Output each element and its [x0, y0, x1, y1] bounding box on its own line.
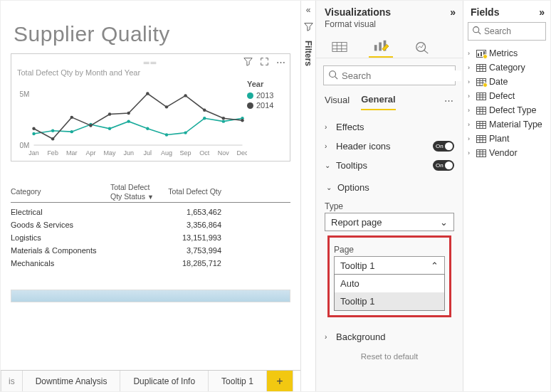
page-option-tooltip1[interactable]: Tooltip 1 — [335, 292, 444, 310]
table-row[interactable]: Materials & Components3,753,994 — [11, 244, 290, 257]
field-label: Plant — [489, 134, 510, 144]
fields-search[interactable] — [468, 22, 546, 41]
legend-item-2014[interactable]: 2014 — [247, 101, 284, 110]
svg-line-50 — [335, 76, 338, 79]
page-dropdown[interactable]: Tooltip 1⌃ — [334, 256, 445, 275]
collapse-chevron-icon[interactable]: « — [306, 5, 311, 15]
line-chart-visual[interactable]: ══ ⋯ Total Defect Qty by Month and Year … — [11, 53, 290, 161]
table-icon — [476, 64, 486, 72]
visualizations-pane: Visualizations » Format visual Visual Ge… — [316, 1, 463, 391]
section-effects[interactable]: ›Effects — [325, 117, 454, 137]
field-defect-type[interactable]: ›Defect Type — [466, 103, 547, 117]
table-row[interactable]: Logistics13,151,993 — [11, 231, 290, 244]
field-defect[interactable]: ›Defect — [466, 89, 547, 103]
table-icon — [476, 92, 486, 100]
svg-text:Feb: Feb — [47, 149, 58, 157]
col-status[interactable]: Total Defect Qty Status ▼ — [110, 183, 160, 201]
field-vendor[interactable]: ›Vendor — [466, 146, 547, 160]
svg-text:5M: 5M — [20, 90, 30, 98]
cell-qty: 13,151,993 — [160, 233, 224, 242]
svg-text:Apr: Apr — [85, 149, 95, 157]
cell-category: Electrical — [11, 208, 110, 216]
format-search[interactable] — [323, 65, 456, 85]
more-options-icon[interactable]: ⋯ — [276, 57, 285, 68]
reset-to-default[interactable]: Reset to default — [316, 346, 463, 364]
svg-point-23 — [184, 94, 187, 97]
category-table[interactable]: Category Total Defect Qty Status ▼ Total… — [11, 183, 290, 270]
section-options[interactable]: ⌄Options — [325, 178, 454, 197]
chevron-right-icon: › — [468, 50, 473, 57]
table-icon — [476, 135, 486, 143]
chart-plot-area: 5M0MJanFebMarAprMayJunJulAugSepOctNovDec — [17, 80, 247, 158]
table-row[interactable]: Mechanicals18,285,712 — [11, 257, 290, 270]
field-label: Vendor — [489, 148, 518, 158]
section-tooltips[interactable]: ⌄TooltipsOn — [325, 156, 454, 175]
page-dropdown-highlight: Page Tooltip 1⌃ Auto Tooltip 1 — [327, 235, 451, 317]
svg-text:Oct: Oct — [199, 149, 210, 157]
map-visual[interactable] — [11, 290, 290, 302]
analytics-tab[interactable] — [410, 36, 434, 58]
expand-pane-icon[interactable]: » — [539, 6, 545, 18]
filters-label: Filters — [303, 41, 313, 66]
cell-qty: 18,285,712 — [160, 259, 224, 267]
fields-search-input[interactable] — [484, 26, 542, 36]
cell-qty: 1,653,462 — [160, 208, 224, 216]
table-row[interactable]: Electrical1,653,462 — [11, 206, 290, 218]
add-page-button[interactable]: + — [267, 371, 293, 391]
svg-text:Jan: Jan — [28, 149, 39, 157]
col-category[interactable]: Category — [11, 187, 110, 196]
expand-pane-icon[interactable]: » — [450, 6, 456, 18]
field-date[interactable]: ›Date — [466, 75, 547, 89]
section-header-icons[interactable]: ›Header iconsOn — [325, 137, 454, 156]
svg-rect-57 — [477, 64, 486, 71]
format-search-input[interactable] — [342, 70, 461, 81]
table-icon — [476, 149, 486, 157]
chevron-right-icon: › — [325, 333, 332, 341]
svg-point-21 — [146, 92, 149, 95]
tab-duplicate[interactable]: Duplicate of Info — [120, 371, 209, 391]
col-qty[interactable]: Total Defect Qty — [160, 187, 224, 196]
filters-collapsed-pane[interactable]: « Filters — [300, 1, 316, 391]
svg-rect-87 — [477, 149, 486, 157]
table-icon — [476, 78, 486, 86]
tab-prev[interactable]: is — [1, 371, 23, 391]
svg-point-9 — [146, 127, 149, 130]
legend-item-2013[interactable]: 2013 — [247, 91, 284, 100]
search-icon — [472, 26, 481, 37]
field-plant[interactable]: ›Plant — [466, 132, 547, 146]
svg-point-26 — [241, 119, 243, 122]
tooltips-toggle[interactable]: On — [433, 160, 454, 171]
format-visual-subtitle: Format visual — [316, 19, 463, 33]
field-label: Material Type — [489, 120, 542, 129]
filter-icon[interactable] — [243, 57, 253, 68]
svg-text:Jul: Jul — [144, 149, 152, 157]
format-visual-tab[interactable] — [369, 36, 393, 58]
svg-text:Sep: Sep — [180, 149, 191, 157]
svg-rect-72 — [477, 107, 486, 114]
subtab-general[interactable]: General — [361, 91, 395, 110]
tab-downtime[interactable]: Downtime Analysis — [23, 371, 121, 391]
chevron-right-icon: › — [468, 64, 473, 71]
cell-category: Mechanicals — [11, 259, 110, 267]
field-material-type[interactable]: ›Material Type — [466, 117, 547, 132]
header-icons-toggle[interactable]: On — [433, 141, 454, 152]
tab-tooltip1[interactable]: Tooltip 1 — [209, 371, 267, 391]
type-dropdown[interactable]: Report page⌄ — [325, 213, 454, 231]
cell-category: Logistics — [11, 233, 110, 242]
build-visual-tab[interactable] — [327, 36, 352, 58]
field-label: Category — [489, 63, 525, 73]
svg-line-52 — [478, 32, 481, 34]
field-category[interactable]: ›Category — [466, 60, 547, 75]
field-metrics[interactable]: ›Metrics — [466, 46, 547, 60]
subtab-more-icon[interactable]: ⋯ — [444, 95, 454, 106]
chevron-right-icon: › — [468, 121, 473, 128]
table-icon — [476, 107, 486, 115]
subtab-visual[interactable]: Visual — [325, 92, 350, 110]
section-background[interactable]: ›Background — [325, 327, 454, 346]
focus-mode-icon[interactable] — [260, 57, 269, 68]
table-row[interactable]: Goods & Services3,356,864 — [11, 218, 290, 231]
page-dropdown-list: Auto Tooltip 1 — [334, 274, 445, 311]
page-option-auto[interactable]: Auto — [335, 275, 444, 292]
page-title: Supplier Quality — [14, 22, 290, 46]
svg-text:Jun: Jun — [123, 149, 134, 157]
